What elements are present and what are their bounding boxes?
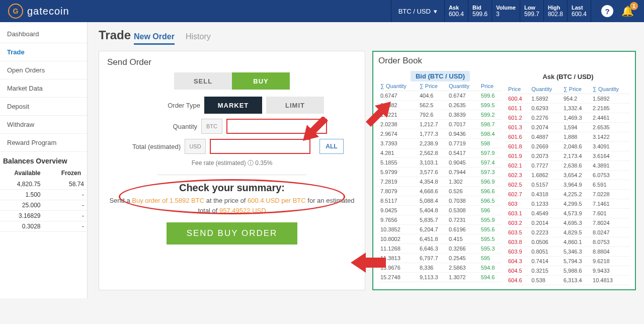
tab-history[interactable]: History [186, 32, 211, 45]
ask-row[interactable]: 601.10.62931,332.42.2185 [506, 104, 630, 113]
send-order-button[interactable]: SEND BUY ORDER [167, 222, 298, 245]
balance-row: 3.16829- [0, 211, 87, 221]
limit-toggle[interactable]: LIMIT [266, 97, 324, 114]
sidebar-item-trade[interactable]: Trade [0, 43, 87, 61]
col-header: Quantity [529, 85, 561, 94]
pair-selector[interactable]: BTC / USD ▾ [391, 0, 445, 22]
ask-row[interactable]: 603.10.45494,573.97.601 [506, 209, 630, 218]
col-header: ∑ Price [561, 85, 591, 94]
help-icon[interactable]: ? [601, 5, 613, 17]
bid-row[interactable]: 2.02381,212.70.7017598.7 [378, 120, 502, 129]
logo[interactable]: G gatecoin [0, 4, 77, 19]
sidebar-item-dashboard[interactable]: Dashboard [0, 25, 87, 43]
ask-row[interactable]: 603.80.05064,860.18.0753 [506, 237, 630, 247]
col-header: ∑ Price [418, 82, 447, 91]
col-header: Price [506, 85, 529, 94]
total-input[interactable] [210, 139, 310, 154]
sidebar-item-deposit[interactable]: Deposit [0, 98, 87, 116]
bid-row[interactable]: 0.9382562.50.2635599.5 [378, 101, 502, 110]
balance-row: 4,820.7558.74 [0, 179, 87, 190]
col-header: ∑ Quantity [378, 82, 418, 91]
fee-rate: Fee rate (estimated) ⓘ 0.35% [192, 159, 273, 168]
ask-row[interactable]: 601.90.20732,173.43.6164 [506, 151, 630, 161]
bid-row[interactable]: 11.12686,646.30.3266595.3 [378, 244, 502, 254]
ask-row[interactable]: 602.10.77272,638.64.3891 [506, 161, 630, 171]
bid-row[interactable]: 7.28194,354.81.302596.9 [378, 177, 502, 187]
bal-head-available: Available [3, 168, 44, 178]
bid-row[interactable]: 5.97993,577.60.7944597.3 [378, 168, 502, 177]
ask-row[interactable]: 602.31.68623,654.26.0753 [506, 171, 630, 180]
bid-row[interactable]: 10.80026,451.80.415595.5 [378, 234, 502, 244]
bid-row[interactable]: 11.38136,797.70.2545595 [378, 254, 502, 263]
bid-row[interactable]: 3.73932,238.90.7719598 [378, 139, 502, 148]
stat-last: Last600.4 [568, 0, 591, 22]
bid-row[interactable]: 10.38526,204.70.6196595.6 [378, 225, 502, 234]
bid-row[interactable]: 2.96741,777.30.9436598.4 [378, 129, 502, 139]
ask-row[interactable]: 604.60.5386,313.410.4813 [506, 276, 630, 285]
total-unit: USD [185, 139, 206, 154]
quantity-input[interactable] [226, 119, 327, 134]
total-label: Total (estimated) [120, 143, 181, 150]
bid-row[interactable]: 13.96768,3362.5863594.8 [378, 263, 502, 273]
sidebar-item-reward-program[interactable]: Reward Program [0, 134, 87, 152]
summary-title: Check your summary: [107, 182, 357, 194]
ask-row[interactable]: 603.50.22234,829.58.0247 [506, 228, 630, 237]
bid-row[interactable]: 1.3221792.60.3839599.2 [378, 110, 502, 120]
notifications-bell[interactable]: 🔔 1 [621, 5, 634, 17]
bid-header: Bid (BTC / USD) [411, 71, 470, 82]
tab-new-order[interactable]: New Order [134, 32, 175, 45]
ask-row[interactable]: 600.41.5892954.21.5892 [506, 94, 630, 104]
pair-label: BTC / USD [398, 8, 431, 15]
bid-row[interactable]: 7.80794,668.60.526596.6 [378, 187, 502, 196]
buy-toggle[interactable]: BUY [232, 72, 290, 90]
balances-title: Balances Overview [0, 152, 87, 167]
ask-row[interactable]: 604.50.32155,988.69.9433 [506, 266, 630, 276]
ask-row[interactable]: 602.50.51573,964.96.591 [506, 180, 630, 190]
stat-volume: Volume3 [492, 0, 520, 22]
bal-head-frozen: Frozen [44, 168, 85, 178]
brand-name: gatecoin [27, 6, 69, 17]
balance-row: 1.500- [0, 190, 87, 200]
market-toggle[interactable]: MARKET [204, 97, 262, 114]
ask-row[interactable]: 602.70.43184,225.27.0228 [506, 190, 630, 199]
bid-row[interactable]: 0.6747404.60.6747599.6 [378, 91, 502, 101]
bid-row[interactable]: 15.27489,113.31.3072594.6 [378, 273, 502, 282]
quantity-label: Quantity [137, 123, 197, 130]
bid-row[interactable]: 5.18553,103.10.9045597.4 [378, 158, 502, 168]
sell-toggle[interactable]: SELL [174, 72, 232, 90]
quantity-unit: BTC [201, 119, 222, 134]
bid-row[interactable]: 9.04255,404.80.5308596 [378, 206, 502, 215]
logo-icon: G [8, 4, 23, 19]
ask-row[interactable]: 601.80.26692,048.63.4091 [506, 142, 630, 151]
sidebar-item-withdraw[interactable]: Withdraw [0, 116, 87, 134]
chevron-down-icon: ▾ [434, 8, 437, 15]
bid-row[interactable]: 8.51175,088.40.7038596.5 [378, 196, 502, 206]
col-header: Quantity [447, 82, 479, 91]
col-header: ∑ Quantity [591, 85, 630, 94]
balance-row: 25.000- [0, 200, 87, 211]
ask-row[interactable]: 601.60.48871,8883.1422 [506, 132, 630, 142]
summary-text: Send a Buy order of 1.5892 BTC at the pr… [107, 196, 357, 215]
col-header: Price [479, 82, 502, 91]
order-book-title: Order Book [378, 56, 630, 66]
sidebar-item-open-orders[interactable]: Open Orders [0, 61, 87, 79]
stat-low: Low599.7 [520, 0, 544, 22]
ask-row[interactable]: 603.90.80515,346.38.8804 [506, 247, 630, 257]
stat-bid: Bid599.6 [468, 0, 492, 22]
sidebar-item-market-data[interactable]: Market Data [0, 79, 87, 98]
send-order-title: Send Order [107, 57, 357, 67]
bid-row[interactable]: 4.2812,562.80.5417597.9 [378, 148, 502, 158]
ask-row[interactable]: 603.20.20144,695.37.8024 [506, 218, 630, 228]
stat-high: High802.8 [544, 0, 568, 22]
ask-header: Ask (BTC / USD) [506, 71, 630, 85]
ask-row[interactable]: 604.30.74145,794.39.6218 [506, 257, 630, 266]
ask-row[interactable]: 601.20.22761,469.32.4461 [506, 113, 630, 123]
all-button[interactable]: ALL [319, 139, 344, 154]
ask-row[interactable]: 6030.12334,299.57.1461 [506, 199, 630, 209]
stat-ask: Ask600.4 [445, 0, 468, 22]
bid-row[interactable]: 9.76565,835.70.7231595.9 [378, 215, 502, 225]
balance-row: 0.3028- [0, 221, 87, 232]
order-type-label: Order Type [140, 102, 200, 109]
notification-badge: 1 [630, 2, 638, 10]
ask-row[interactable]: 601.30.20741,5942.6535 [506, 123, 630, 132]
